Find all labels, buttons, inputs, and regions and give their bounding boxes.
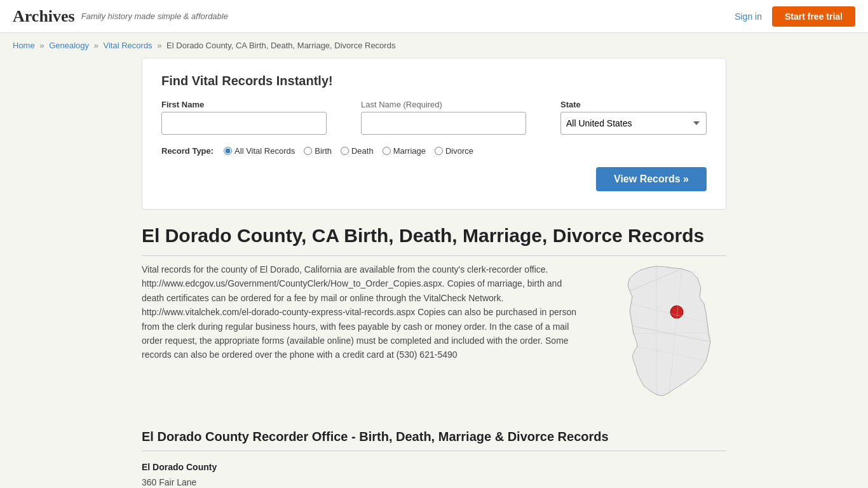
search-fields: First Name Last Name (Required) State Al… [161,100,707,135]
first-name-label: First Name [161,100,348,109]
ca-map [606,262,726,410]
last-name-label: Last Name (Required) [361,100,548,109]
tagline: Family history made simple & affordable [81,11,228,21]
content-section: Vital records for the county of El Dorad… [142,262,726,410]
breadcrumb-genealogy[interactable]: Genealogy [49,41,89,50]
radio-divorce-input[interactable] [435,147,443,155]
state-select[interactable]: All United States [560,112,707,135]
recorder-title: El Dorado County Recorder Office - Birth… [142,430,726,451]
view-records-button[interactable]: View Records » [596,167,707,191]
radio-divorce[interactable]: Divorce [435,146,473,156]
radio-marriage-label: Marriage [393,146,426,156]
header-right: Sign in Start free trial [735,6,855,27]
svg-point-2 [670,306,683,318]
recorder-info: El Dorado County 360 Fair Lane Placervil… [142,460,726,488]
last-name-required: (Required) [403,100,442,109]
description-paragraph: Vital records for the county of El Dorad… [142,262,587,362]
breadcrumb-sep2: » [94,41,98,50]
last-name-group: Last Name (Required) [361,100,548,135]
breadcrumb: Home » Genealogy » Vital Records » El Do… [0,33,868,58]
radio-divorce-label: Divorce [445,146,473,156]
page-title: El Dorado County, CA Birth, Death, Marri… [142,225,726,256]
content-description: Vital records for the county of El Dorad… [142,262,587,410]
radio-all-vital[interactable]: All Vital Records [224,146,295,156]
radio-birth-label: Birth [315,146,332,156]
radio-death-label: Death [351,146,374,156]
view-records-row: View Records » [161,167,707,191]
first-name-group: First Name [161,100,348,135]
logo: Archives [13,7,75,26]
radio-death[interactable]: Death [341,146,374,156]
state-label: State [560,100,707,109]
breadcrumb-current: El Dorado County, CA Birth, Death, Marri… [166,41,395,50]
main-content: Find Vital Records Instantly! First Name… [129,58,739,488]
search-box: Find Vital Records Instantly! First Name… [142,58,726,210]
last-name-input[interactable] [361,112,526,135]
state-group: State All United States [560,100,707,135]
first-name-input[interactable] [161,112,327,135]
breadcrumb-home[interactable]: Home [13,41,35,50]
header-left: Archives Family history made simple & af… [13,7,228,26]
radio-birth-input[interactable] [304,147,312,155]
radio-all-vital-input[interactable] [224,147,232,155]
breadcrumb-sep3: » [157,41,161,50]
radio-all-vital-label: All Vital Records [234,146,295,156]
radio-death-input[interactable] [341,147,349,155]
search-title: Find Vital Records Instantly! [161,74,707,88]
breadcrumb-sep1: » [39,41,44,50]
radio-marriage[interactable]: Marriage [383,146,426,156]
radio-group: All Vital Records Birth Death Marriage D… [224,146,473,156]
header: Archives Family history made simple & af… [0,0,868,33]
sign-in-link[interactable]: Sign in [735,11,762,22]
radio-marriage-input[interactable] [383,147,391,155]
record-type-row: Record Type: All Vital Records Birth Dea… [161,146,707,156]
recorder-section: El Dorado County Recorder Office - Birth… [142,430,726,488]
radio-birth[interactable]: Birth [304,146,332,156]
office-name: El Dorado County [142,462,217,472]
address1: 360 Fair Lane [142,475,726,488]
start-trial-button[interactable]: Start free trial [772,6,855,27]
record-type-label: Record Type: [161,146,214,156]
breadcrumb-vital-records[interactable]: Vital Records [104,41,153,50]
